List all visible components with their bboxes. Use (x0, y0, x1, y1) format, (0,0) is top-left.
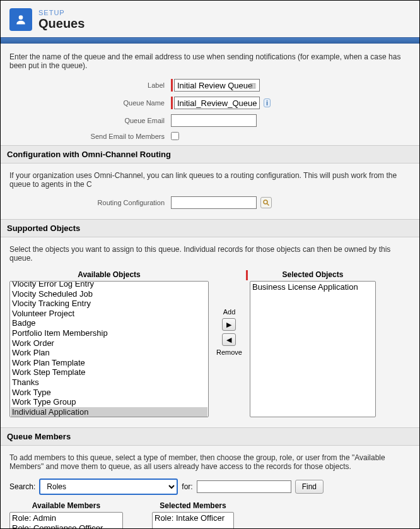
svg-line-2 (267, 204, 269, 206)
selected-members-label: Selected Members (152, 501, 234, 510)
member-type-dropdown[interactable]: Roles (39, 478, 178, 495)
required-indicator (171, 97, 173, 109)
available-members-list[interactable]: Role: AdminRole: Compliance OfficerRole:… (9, 512, 123, 529)
supported-desc: Select the objects you want to assign to… (9, 245, 411, 263)
selected-objects-label: Selected Objects (250, 270, 376, 279)
page-title: Queues (38, 16, 85, 31)
send-email-checkbox[interactable] (171, 132, 179, 140)
for-label: for: (182, 482, 192, 491)
intro-text: Enter the name of the queue and the emai… (9, 52, 411, 70)
routing-label: Routing Configuration (9, 199, 171, 206)
available-objects-list[interactable]: Vlocity Error Log EntryVlocity Scheduled… (9, 281, 209, 417)
page-header: SETUP Queues (1, 1, 419, 37)
queue-name-label: Queue Name (9, 99, 171, 107)
svg-point-1 (264, 200, 267, 204)
queue-email-label: Queue Email (9, 117, 171, 124)
available-members-label: Available Members (9, 501, 123, 510)
add-label: Add (223, 308, 236, 316)
omni-desc: If your organization uses Omni-Channel, … (9, 171, 411, 189)
send-email-label: Send Email to Members (9, 133, 171, 140)
search-label: Search: (9, 482, 35, 491)
available-objects-label: Available Objects (9, 270, 209, 279)
divider-bar (1, 37, 419, 44)
remove-label: Remove (216, 348, 242, 356)
lookup-icon[interactable] (260, 197, 272, 208)
required-indicator (246, 270, 248, 280)
supported-section-header: Supported Objects (1, 219, 419, 237)
selected-members-list[interactable]: Role: Intake Officer (152, 512, 234, 529)
members-section-header: Queue Members (1, 427, 419, 446)
members-desc: To add members to this queue, select a t… (9, 453, 411, 471)
find-button[interactable]: Find (295, 480, 324, 494)
required-indicator (171, 79, 173, 92)
selected-objects-list[interactable]: Business License Application (250, 281, 376, 417)
queue-name-input[interactable] (174, 97, 260, 109)
label-field-label: Label (9, 81, 171, 89)
svg-point-0 (19, 15, 23, 20)
label-input[interactable] (174, 79, 260, 92)
add-button[interactable]: ▶ (222, 318, 236, 331)
info-icon[interactable]: i (264, 98, 271, 107)
omni-section-header: Configuration with Omni-Channel Routing (1, 145, 419, 163)
setup-label: SETUP (38, 9, 85, 16)
queue-email-input[interactable] (171, 114, 257, 127)
search-for-input[interactable] (197, 480, 291, 493)
user-icon (9, 8, 32, 31)
routing-input[interactable] (171, 196, 257, 209)
remove-button[interactable]: ◀ (222, 333, 236, 346)
